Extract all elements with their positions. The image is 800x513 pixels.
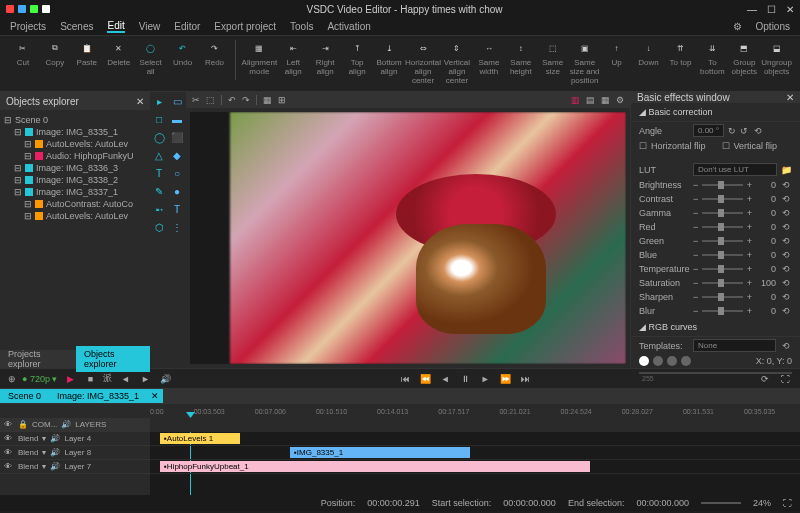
track-row[interactable]: ▪ AutoLevels 1 xyxy=(150,432,800,446)
top-align-button[interactable]: ⤒Top align xyxy=(342,40,372,76)
dec-icon[interactable]: − xyxy=(693,250,698,260)
dec-icon[interactable]: − xyxy=(693,194,698,204)
menu-tools[interactable]: Tools xyxy=(290,21,313,32)
group-button[interactable]: ⬒Group objects xyxy=(729,40,759,76)
saturation-slider[interactable] xyxy=(702,282,742,284)
reset-icon[interactable]: ⟲ xyxy=(780,278,792,288)
same-width-button[interactable]: ↔Same width xyxy=(474,40,504,76)
next-button[interactable]: ► xyxy=(138,372,152,386)
vflip-checkbox[interactable]: ☐ xyxy=(722,141,730,151)
select-all-button[interactable]: ◯Select all xyxy=(136,40,166,76)
templates-dropdown[interactable]: None xyxy=(693,339,776,352)
menu-editor[interactable]: Editor xyxy=(174,21,200,32)
tool-icon[interactable]: ○ xyxy=(171,168,183,180)
tool-icon[interactable]: ▭ xyxy=(171,96,183,108)
track-header[interactable]: 👁Blend▾🔊Layer 7 xyxy=(0,460,150,474)
menu-edit[interactable]: Edit xyxy=(107,20,124,33)
curves-editor[interactable]: 255 xyxy=(639,372,792,374)
same-height-button[interactable]: ↕Same height xyxy=(506,40,536,76)
undo-icon[interactable]: ↶ xyxy=(228,95,236,105)
reset-icon[interactable]: ⟲ xyxy=(780,264,792,274)
frame-back-icon[interactable]: ◄ xyxy=(438,372,452,386)
timeline-tab-image[interactable]: Image: IMG_8335_1 xyxy=(49,389,147,403)
timeline-ruler[interactable]: 0:0000:03.50300:07.00600:10.51000:14.013… xyxy=(0,404,800,418)
reset-icon[interactable]: ⟲ xyxy=(780,222,792,232)
green-slider[interactable] xyxy=(702,240,742,242)
cut-icon[interactable]: ✂ xyxy=(192,95,200,105)
redo-button[interactable]: ↷Redo xyxy=(200,40,230,67)
right-align-button[interactable]: ⇥Right align xyxy=(310,40,340,76)
to-bottom-button[interactable]: ⇊To bottom xyxy=(697,40,727,76)
reset-icon[interactable]: ⟲ xyxy=(780,180,792,190)
track-content[interactable]: ▪ AutoLevels 1▪ IMG_8335_1▪ HiphopFunkyU… xyxy=(150,418,800,495)
lut-dropdown[interactable]: Don't use LUT xyxy=(693,163,777,176)
video-preview[interactable] xyxy=(190,112,626,364)
eye-icon[interactable]: 👁 xyxy=(4,420,14,429)
track-header[interactable]: 👁Blend▾🔊Layer 8 xyxy=(0,446,150,460)
panel-close-icon[interactable]: ✕ xyxy=(136,96,144,107)
grid-icon[interactable]: ▦ xyxy=(263,95,272,105)
reset-icon[interactable]: ⟲ xyxy=(780,208,792,218)
down-button[interactable]: ↓Down xyxy=(634,40,664,67)
expand-icon[interactable]: ⛶ xyxy=(783,498,792,508)
skip-start-icon[interactable]: ⏮ xyxy=(398,372,412,386)
inc-icon[interactable]: + xyxy=(747,278,752,288)
tool-icon[interactable]: △ xyxy=(153,150,165,162)
close-button[interactable]: ✕ xyxy=(786,4,794,15)
track-header[interactable]: 👁Blend▾🔊Layer 4 xyxy=(0,432,150,446)
basic-correction-header[interactable]: ◢ Basic correction xyxy=(631,103,800,122)
dec-icon[interactable]: − xyxy=(693,278,698,288)
channel-white[interactable] xyxy=(639,356,649,366)
tool-icon[interactable]: ⬛ xyxy=(171,132,183,144)
play-button[interactable]: ▶ xyxy=(63,372,77,386)
dec-icon[interactable]: − xyxy=(693,306,698,316)
brightness-slider[interactable] xyxy=(702,184,742,186)
reset-icon[interactable]: ⟲ xyxy=(780,306,792,316)
tool-icon[interactable]: T xyxy=(171,204,183,216)
reset-icon[interactable]: ⟲ xyxy=(752,126,764,136)
left-align-button[interactable]: ⇤Left align xyxy=(278,40,308,76)
inc-icon[interactable]: + xyxy=(747,194,752,204)
volume-icon[interactable]: 🔊 xyxy=(158,372,172,386)
alignment-mode-button[interactable]: ▦Alignment mode xyxy=(242,40,276,76)
lock-icon[interactable]: 🔒 xyxy=(18,420,28,429)
dec-icon[interactable]: − xyxy=(693,236,698,246)
tree-item[interactable]: ⊟Image: IMG_8336_3 xyxy=(4,162,146,174)
same-size-button[interactable]: ⬚Same size xyxy=(538,40,568,76)
add-icon[interactable]: ⊕ xyxy=(8,374,16,384)
prev-button[interactable]: ◄ xyxy=(118,372,132,386)
tool-icon[interactable]: ● xyxy=(171,186,183,198)
contrast-slider[interactable] xyxy=(702,198,742,200)
tool-icon[interactable]: ⋮ xyxy=(171,222,183,234)
tool-icon[interactable]: □ xyxy=(153,114,165,126)
audio-icon[interactable]: 🔊 xyxy=(50,462,60,471)
align-icon[interactable]: ⊞ xyxy=(278,95,286,105)
inc-icon[interactable]: + xyxy=(747,180,752,190)
chevron-down-icon[interactable]: ▾ xyxy=(42,462,46,471)
v-center-button[interactable]: ⇕Vertical align center xyxy=(442,40,472,85)
sharpen-slider[interactable] xyxy=(702,296,742,298)
step-fwd-icon[interactable]: ⏩ xyxy=(498,372,512,386)
same-pos-button[interactable]: ▣Same size and position xyxy=(570,40,600,85)
channel-blue[interactable] xyxy=(681,356,691,366)
resolution-selector[interactable]: ● 720p ▾ xyxy=(22,374,57,384)
layout-icon[interactable]: ▦ xyxy=(601,95,610,105)
dec-icon[interactable]: − xyxy=(693,180,698,190)
audio-icon[interactable]: 🔊 xyxy=(61,420,71,429)
dec-icon[interactable]: − xyxy=(693,264,698,274)
layout-icon[interactable]: ▥ xyxy=(571,95,580,105)
inc-icon[interactable]: + xyxy=(747,236,752,246)
tab-close-icon[interactable]: ✕ xyxy=(147,389,163,403)
reset-icon[interactable]: ⟲ xyxy=(780,194,792,204)
tool-icon[interactable]: ⬚ xyxy=(206,95,215,105)
stop-button[interactable]: ■ xyxy=(83,372,97,386)
track-row[interactable]: ▪ HiphopFunkyUpbeat_1 xyxy=(150,460,800,474)
rgb-curves-header[interactable]: ◢ RGB curves xyxy=(631,318,800,337)
menu-export[interactable]: Export project xyxy=(214,21,276,32)
inc-icon[interactable]: + xyxy=(747,264,752,274)
channel-red[interactable] xyxy=(653,356,663,366)
minimize-button[interactable]: — xyxy=(747,4,757,15)
panel-close-icon[interactable]: ✕ xyxy=(786,92,794,103)
gear-icon[interactable]: ⚙ xyxy=(733,21,742,32)
scene-node[interactable]: Scene 0 xyxy=(15,115,48,125)
